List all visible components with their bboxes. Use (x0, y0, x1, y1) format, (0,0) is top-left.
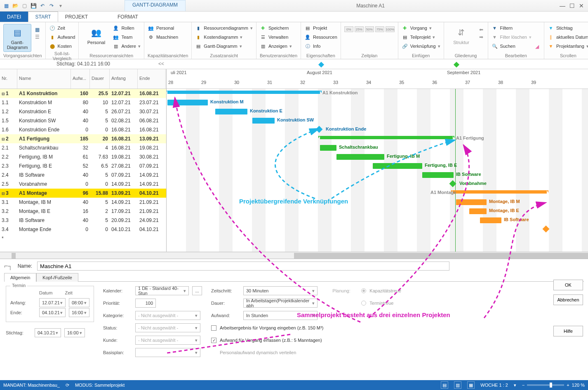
task-bar[interactable] (469, 208, 487, 214)
table-row[interactable]: 2.4IB Software40507.09.2114.09.21 (0, 170, 166, 180)
filter-loeschen-button[interactable]: ▼Filter löschen ▾ (492, 33, 532, 41)
zoom-out-icon[interactable]: − (522, 383, 524, 388)
ende-zeit-input[interactable]: 16:00 (69, 308, 89, 317)
close-icon[interactable]: ✕ (579, 2, 584, 9)
ganttd-button[interactable]: ▤Gantt-Diagramm ▾ (195, 42, 253, 50)
redo-icon[interactable]: ↷ (48, 2, 55, 9)
scroll-aktdatum-button[interactable]: ∥aktuelles Datum (548, 33, 588, 41)
sb-view1-icon[interactable]: ▤ (441, 381, 448, 389)
kalender-browse-button[interactable]: ... (192, 286, 202, 295)
col-ende[interactable]: Ende (138, 69, 166, 89)
open-icon[interactable]: 📂 (12, 2, 19, 9)
task-bar[interactable] (215, 109, 247, 114)
table-row[interactable]: 1.6Konstruktion Ende0016.08.2116.08.21 (0, 125, 166, 134)
grid-body[interactable]: ⊟1A1 Konstruktion16025.512.07.2116.08.21… (0, 89, 166, 243)
task-bar[interactable] (480, 217, 501, 223)
hilfe-button[interactable]: Hilfe (553, 326, 583, 336)
kostendiag-button[interactable]: ▮Kostendiagramm ▾ (195, 33, 253, 41)
kalender-select[interactable]: 1 DE - Standard 40-Stun (135, 286, 189, 295)
gantt-scroll-thumb[interactable] (294, 253, 588, 259)
suchen-button[interactable]: 🔍Suchen (492, 42, 532, 50)
ins-verknuepfung-button[interactable]: 🔗Verknüpfung ▾ (402, 42, 440, 50)
summary-bar[interactable] (320, 136, 453, 139)
outdent-icon[interactable]: ⬅ (478, 26, 485, 33)
filtern-button[interactable]: ▼Filtern (492, 24, 532, 32)
anfang-zeit-input[interactable]: 08:00 (69, 298, 89, 307)
indent-icon[interactable]: ➡ (478, 34, 485, 40)
zeit-button[interactable]: 🕐Zeit (49, 24, 75, 32)
ins-vorgang-button[interactable]: ✚Vorgang ▾ (402, 24, 440, 32)
task-bar[interactable] (422, 172, 454, 178)
new-icon[interactable]: ▢ (21, 2, 28, 9)
ins-teilprojekt-button[interactable]: ▤Teilprojekt ▾ (402, 33, 440, 41)
zoom-50[interactable]: 50% (365, 26, 374, 32)
zoom-slider[interactable] (527, 384, 564, 386)
arbeitsergebnis-checkbox[interactable] (211, 325, 216, 331)
scroll-stichtag-button[interactable]: ▼Stichtag (548, 24, 588, 32)
dauer-select[interactable]: In Arbeitstagen(Projektkalender abh (243, 299, 318, 308)
task-bar[interactable] (320, 145, 336, 151)
save-icon[interactable]: 💾 (30, 2, 37, 9)
zeitschritt-select[interactable]: 30 Minuten (243, 286, 318, 295)
sb-view2-icon[interactable]: ▥ (454, 381, 461, 389)
termintreue-radio[interactable] (361, 301, 366, 306)
milestone[interactable] (543, 226, 550, 233)
tab-datei[interactable]: DATEI (0, 12, 28, 22)
stichtag-datum-input[interactable]: 04.10.21 (35, 328, 61, 337)
col-name[interactable]: Name (17, 69, 71, 89)
list-icon[interactable]: ☰ (34, 34, 40, 40)
table-row[interactable]: 1.5Konstruktion SW40502.08.2106.08.21 (0, 116, 166, 125)
table-row[interactable]: 2.1Schaltschrankbau32416.08.2119.08.21 (0, 143, 166, 152)
tab-start[interactable]: START (28, 12, 58, 22)
erase-icon[interactable]: ◢ (534, 43, 541, 50)
zoom-0[interactable]: 0% (344, 26, 353, 32)
sb-view3-icon[interactable]: ▦ (467, 381, 475, 389)
task-bar[interactable] (167, 100, 208, 105)
summary-bar[interactable] (453, 190, 547, 194)
gantt-chart[interactable]: uli 2021August 2021September 20212829303… (167, 69, 588, 252)
anzeigen-button[interactable]: ▥Anzeigen ▾ (260, 42, 292, 50)
tab-projekt[interactable]: PROJEKT (58, 12, 95, 22)
panel-name-input[interactable] (37, 262, 449, 271)
table-row[interactable]: 3.1Montage, IB M40514.09.2121.09.21 (0, 198, 166, 207)
table-row[interactable]: 3.3IB Software40520.09.2124.09.21 (0, 216, 166, 225)
task-bar[interactable] (456, 199, 487, 205)
kategorie-select[interactable]: - Nicht ausgewählt - (135, 311, 200, 320)
speichern-button[interactable]: ✚Speichern (260, 24, 292, 32)
col-nr[interactable]: Nr. (0, 69, 17, 89)
tab-allgemein[interactable]: Allgemein (4, 273, 36, 282)
task-bar[interactable] (252, 118, 275, 124)
abbrechen-button[interactable]: Abbrechen (553, 294, 583, 305)
zoom-100[interactable]: 100% (386, 26, 395, 32)
zoom-25[interactable]: 25% (355, 26, 364, 32)
col-dauer[interactable]: Dauer (90, 69, 110, 89)
team-button[interactable]: 👥Team (113, 33, 140, 41)
maschinen-button[interactable]: ⚙Maschinen (148, 33, 178, 41)
task-bar[interactable] (336, 154, 384, 160)
qat-dropdown-icon[interactable]: ▾ (57, 2, 64, 9)
prioritaet-input[interactable]: 100 (135, 299, 156, 308)
woche-down-icon[interactable]: ▾ (514, 383, 516, 388)
personal-big-button[interactable]: 👥 Personal (82, 24, 110, 47)
status-select[interactable]: - Nicht ausgewählt - (135, 323, 200, 332)
collapse-grid-icon[interactable]: << (158, 61, 164, 67)
gantt-diagram-button[interactable]: ▤ Gantt-Diagramm (3, 24, 31, 52)
ressourcen-button[interactable]: 👤Ressourcen (304, 33, 337, 41)
task-bar[interactable] (373, 163, 422, 169)
tab-format[interactable]: FORMAT (111, 12, 145, 22)
aufwand-erfassen-checkbox[interactable]: ✓ (211, 338, 216, 343)
table-row[interactable]: ⊟1A1 Konstruktion16025.512.07.2116.08.21 (0, 89, 166, 98)
zoom-75[interactable]: 75% (375, 26, 384, 32)
undo-icon[interactable]: ↶ (39, 2, 46, 9)
col-aufwand[interactable]: Aufw... (71, 69, 90, 89)
grid-scroll-thumb[interactable] (12, 253, 16, 259)
kapazitaetstreue-radio[interactable] (361, 288, 366, 293)
table-row[interactable]: * (0, 234, 166, 243)
kosten-button[interactable]: ⬤Kosten (49, 42, 75, 50)
ressdiag-button[interactable]: ▮Ressourcendiagramm ▾ (195, 24, 253, 32)
tab-kopffuss[interactable]: Kopf-/Fußzeile (36, 273, 78, 282)
summary-bar[interactable] (167, 91, 320, 94)
plan-icon[interactable]: ▦ (34, 26, 40, 33)
table-row[interactable]: 1.2Konstruktion E40526.07.2130.07.21 (0, 107, 166, 116)
gantt-body[interactable]: A1 KonstruktionKonstruktion MKonstruktio… (167, 89, 588, 252)
